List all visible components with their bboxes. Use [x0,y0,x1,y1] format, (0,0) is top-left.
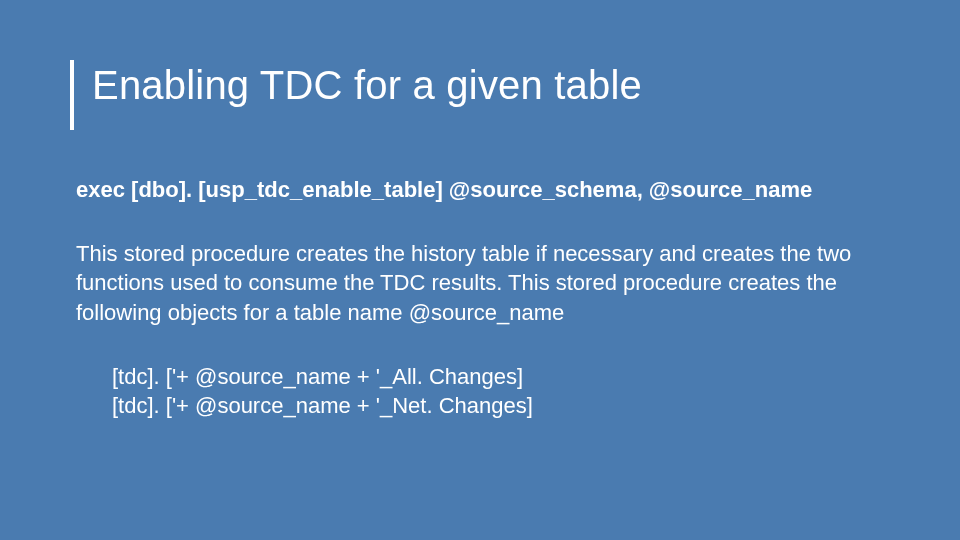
title-block: Enabling TDC for a given table [70,60,890,130]
exec-statement: exec [dbo]. [usp_tdc_enable_table] @sour… [76,176,890,205]
generated-object-item: [tdc]. ['+ @source_name + '_Net. Changes… [112,391,890,421]
slide-title: Enabling TDC for a given table [92,60,642,130]
body-paragraph: This stored procedure creates the histor… [76,239,890,328]
generated-objects-list: [tdc]. ['+ @source_name + '_All. Changes… [76,362,890,421]
generated-object-item: [tdc]. ['+ @source_name + '_All. Changes… [112,362,890,392]
title-accent-rule [70,60,74,130]
slide-content: exec [dbo]. [usp_tdc_enable_table] @sour… [70,176,890,421]
slide: Enabling TDC for a given table exec [dbo… [0,0,960,540]
